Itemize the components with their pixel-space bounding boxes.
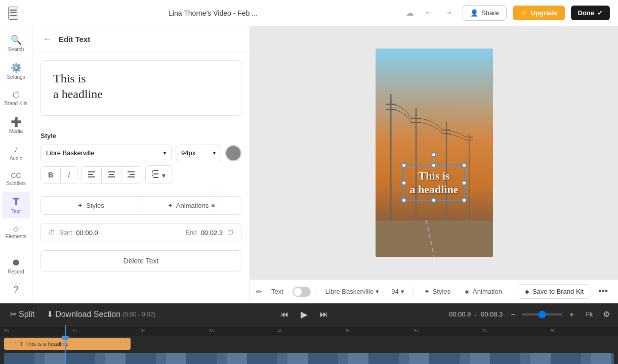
zoom-in-button[interactable]: +	[565, 308, 578, 321]
skip-back-button[interactable]: ⏮	[276, 308, 293, 321]
handle-tm[interactable]	[432, 163, 437, 168]
sidebar-item-settings[interactable]: ⚙️ Settings	[2, 58, 30, 84]
done-button[interactable]: Done ✓	[571, 6, 610, 20]
topbar-title: Lina Thorne's Video - Feb ...	[26, 9, 400, 17]
font-family-value: Libre Baskerville	[46, 149, 94, 157]
sidebar-item-record[interactable]: ⏺ Record	[2, 253, 30, 279]
style-animation-tabs: ✦ Styles ✦ Animations	[40, 196, 241, 215]
subtitles-icon: CC	[11, 171, 21, 179]
clock-icon: ⏱	[48, 229, 55, 237]
end-value[interactable]: 00:02.3	[201, 229, 223, 237]
font-size-select[interactable]: 94px ▾	[176, 145, 221, 161]
fit-button[interactable]: Fit	[582, 309, 597, 320]
handle-bm[interactable]	[432, 198, 437, 203]
text-clip-drag-right: ⋮⋮	[118, 341, 129, 347]
download-label: Download Section	[55, 310, 120, 319]
redo-button[interactable]: →	[439, 6, 457, 20]
font-family-select[interactable]: Libre Baskerville ▾	[40, 145, 172, 161]
svg-rect-5	[108, 176, 115, 177]
menu-icon[interactable]: ☰	[8, 7, 18, 20]
back-button[interactable]: ←	[40, 33, 55, 44]
skip-forward-button[interactable]: ⏭	[316, 308, 332, 321]
italic-button[interactable]: I	[61, 167, 77, 183]
animations-tab-label: Animations	[176, 202, 209, 209]
handle-lm[interactable]	[401, 180, 406, 186]
svg-marker-12	[152, 170, 153, 173]
canvas-main[interactable]: This is a headline	[250, 26, 618, 279]
format-group: B I	[40, 166, 77, 184]
cloud-icon: ☁	[406, 8, 414, 18]
animation-icon-bt: ◈	[465, 288, 470, 295]
style-label: Style	[40, 132, 241, 140]
video-text-content: This is a headline	[410, 169, 459, 196]
svg-rect-9	[153, 170, 158, 171]
line-spacing-button[interactable]: ▾	[145, 165, 172, 184]
handle-bl[interactable]	[401, 198, 406, 203]
sidebar-item-audio[interactable]: ♪ Audio	[2, 140, 30, 165]
undo-button[interactable]: ←	[420, 6, 437, 20]
video-text-line2: a headline	[410, 183, 459, 196]
handle-tr[interactable]	[462, 163, 467, 168]
color-picker[interactable]	[225, 145, 241, 161]
video-track	[4, 353, 614, 364]
zoom-slider[interactable]	[522, 313, 562, 315]
video-clip[interactable]	[4, 353, 614, 364]
timeline-tracks: ⋮⋮ T This is a headline ⋮⋮	[0, 336, 618, 364]
sidebar-item-brand-kits[interactable]: ⬡ Brand Kits	[2, 86, 30, 110]
current-time: 00:00.9	[449, 310, 471, 318]
delete-text-button[interactable]: Delete Text	[40, 250, 241, 271]
more-options-button[interactable]: •••	[594, 284, 612, 299]
zoom-out-button[interactable]: −	[507, 308, 519, 321]
share-button[interactable]: 👤 Share	[463, 5, 507, 21]
chevron-down-icon: ▾	[401, 288, 404, 295]
align-center-button[interactable]	[102, 167, 121, 183]
total-time: 00:08.3	[481, 310, 503, 318]
animation-button[interactable]: ◈ Animation	[460, 285, 507, 298]
text-preview-content: This is a headline	[53, 71, 229, 102]
text-toggle[interactable]	[293, 287, 311, 297]
text-preview[interactable]: This is a headline	[40, 60, 241, 116]
save-brand-label: Save to Brand Kit	[532, 288, 584, 295]
rotate-handle[interactable]	[432, 152, 437, 157]
upgrade-button[interactable]: ⚡ Upgrade	[513, 6, 565, 20]
font-family-button[interactable]: Libre Baskerville ▾	[321, 286, 383, 297]
ruler-6s: 6s	[414, 328, 419, 333]
playhead-ruler	[65, 326, 66, 336]
video-text-overlay[interactable]: This is a headline	[403, 164, 466, 201]
font-size-button[interactable]: 94 ▾	[387, 286, 408, 297]
settings-icon: ⚙️	[11, 62, 22, 73]
back-icon: ←	[44, 34, 52, 43]
play-button[interactable]: ▶	[297, 307, 312, 322]
bold-button[interactable]: B	[41, 167, 61, 183]
tab-styles[interactable]: ✦ Styles	[41, 197, 141, 214]
style-section: Style Libre Baskerville ▾ 94px ▾ B I	[32, 124, 250, 196]
start-value[interactable]: 00:00.0	[76, 229, 98, 237]
playhead-head	[62, 336, 69, 340]
save-brand-kit-button[interactable]: ◈ Save to Brand Kit	[518, 284, 590, 299]
align-left-button[interactable]	[82, 167, 102, 183]
tab-animations[interactable]: ✦ Animations	[141, 197, 241, 214]
text-mode-button[interactable]: Text	[266, 285, 289, 298]
handle-rm[interactable]	[462, 180, 467, 186]
sidebar-item-text[interactable]: T Text	[2, 192, 30, 218]
timeline-settings-button[interactable]: ⚙	[601, 307, 612, 321]
sidebar-item-media[interactable]: ➕ Media	[2, 112, 30, 138]
handle-tl[interactable]	[401, 163, 406, 168]
sidebar-item-elements[interactable]: ◇ Elements	[2, 220, 30, 243]
ruler-8s: 8s	[551, 328, 556, 333]
sidebar-item-search[interactable]: 🔍 Search	[2, 30, 30, 56]
download-section-button[interactable]: ⬇ Download Section (0:00 - 0:02)	[43, 307, 159, 321]
search-icon: 🔍	[11, 34, 22, 46]
sidebar-item-help[interactable]: ?	[2, 281, 30, 299]
zoom-controls: − +	[507, 308, 578, 321]
styles-button[interactable]: ✦ Styles	[419, 285, 456, 298]
align-right-button[interactable]	[121, 167, 141, 183]
styles-icon: ✦	[77, 202, 83, 209]
svg-rect-6	[128, 171, 135, 172]
animation-dot	[212, 204, 215, 207]
split-button[interactable]: ✂ Split	[6, 307, 38, 321]
handle-br[interactable]	[462, 198, 467, 203]
sidebar-item-subtitles[interactable]: CC Subtitles	[2, 167, 30, 190]
chevron-down-icon: ▾	[213, 150, 216, 156]
ruler-0s: 0s	[4, 328, 9, 333]
